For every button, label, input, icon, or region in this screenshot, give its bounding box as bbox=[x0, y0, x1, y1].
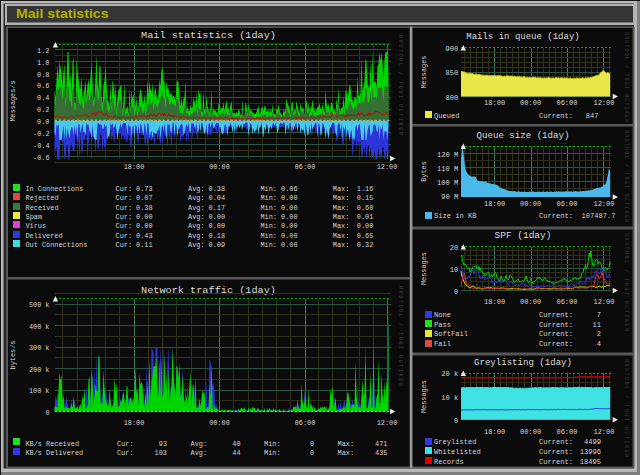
svg-text:0.00: 0.00 bbox=[209, 212, 226, 221]
svg-text:Cur:: Cur: bbox=[116, 193, 133, 202]
svg-text:18:00: 18:00 bbox=[484, 199, 505, 208]
svg-text:0.06: 0.06 bbox=[281, 184, 298, 193]
svg-text:Bytes: Bytes bbox=[419, 161, 428, 182]
svg-text:500 k: 500 k bbox=[29, 300, 50, 309]
svg-text:Cur:: Cur: bbox=[116, 203, 133, 212]
svg-text:Max:: Max: bbox=[333, 240, 350, 249]
svg-text:0.07: 0.07 bbox=[136, 193, 153, 202]
svg-text:KB/s Received: KB/s Received bbox=[26, 439, 80, 448]
svg-text:0: 0 bbox=[454, 287, 458, 296]
svg-text:0.00: 0.00 bbox=[281, 231, 298, 240]
svg-text:18:00: 18:00 bbox=[484, 297, 505, 306]
svg-text:Queued: Queued bbox=[434, 111, 460, 120]
svg-text:Spam: Spam bbox=[26, 212, 43, 221]
svg-text:20 k: 20 k bbox=[441, 369, 458, 378]
svg-text:110 M: 110 M bbox=[437, 164, 458, 173]
svg-text:0.00: 0.00 bbox=[281, 221, 298, 230]
svg-text:400 k: 400 k bbox=[29, 322, 50, 331]
svg-text:100 M: 100 M bbox=[437, 178, 458, 187]
svg-text:SPF (1day): SPF (1day) bbox=[495, 231, 552, 241]
svg-text:Greylisting (1day): Greylisting (1day) bbox=[474, 358, 572, 368]
svg-text:0.43: 0.43 bbox=[136, 231, 153, 240]
svg-text:0.00: 0.00 bbox=[136, 221, 153, 230]
svg-text:847: 847 bbox=[586, 111, 599, 120]
svg-text:0.38: 0.38 bbox=[136, 203, 153, 212]
svg-text:1.2: 1.2 bbox=[37, 46, 50, 55]
svg-text:44: 44 bbox=[232, 448, 240, 457]
svg-text:900: 900 bbox=[445, 44, 458, 53]
svg-text:06:00: 06:00 bbox=[556, 199, 577, 208]
svg-text:0: 0 bbox=[310, 448, 314, 457]
svg-text:0.00: 0.00 bbox=[209, 221, 226, 230]
svg-text:Current:: Current: bbox=[539, 211, 573, 220]
svg-text:Avg:: Avg: bbox=[188, 212, 205, 221]
svg-text:10 k: 10 k bbox=[441, 393, 458, 402]
svg-text:0.32: 0.32 bbox=[357, 240, 374, 249]
svg-text:06:00: 06:00 bbox=[556, 98, 577, 107]
svg-text:4499: 4499 bbox=[584, 437, 601, 446]
svg-text:RRDTOOL / TOBI OETIKER: RRDTOOL / TOBI OETIKER bbox=[623, 233, 629, 331]
svg-text:7: 7 bbox=[597, 310, 601, 319]
svg-text:Cur:: Cur: bbox=[116, 221, 133, 230]
svg-text:18:00: 18:00 bbox=[484, 98, 505, 107]
svg-text:0.6: 0.6 bbox=[37, 81, 50, 90]
svg-text:20: 20 bbox=[450, 243, 459, 252]
svg-text:0.2: 0.2 bbox=[37, 105, 50, 114]
svg-text:Virus: Virus bbox=[26, 221, 47, 230]
svg-text:Max:: Max: bbox=[338, 439, 355, 448]
svg-text:0.4: 0.4 bbox=[37, 93, 50, 102]
svg-text:0.11: 0.11 bbox=[136, 240, 153, 249]
svg-text:Network traffic (1day): Network traffic (1day) bbox=[141, 285, 276, 296]
svg-text:0.00: 0.00 bbox=[357, 221, 374, 230]
svg-text:800: 800 bbox=[445, 93, 458, 102]
svg-text:Records: Records bbox=[434, 457, 464, 466]
svg-text:300 k: 300 k bbox=[29, 343, 50, 352]
svg-text:0: 0 bbox=[45, 408, 49, 417]
svg-text:-0.2: -0.2 bbox=[33, 129, 50, 138]
svg-text:0: 0 bbox=[310, 439, 314, 448]
svg-text:1.16: 1.16 bbox=[357, 184, 374, 193]
svg-text:Avg:: Avg: bbox=[188, 193, 205, 202]
svg-text:107487.7: 107487.7 bbox=[582, 211, 616, 220]
svg-text:00:00: 00:00 bbox=[520, 98, 541, 107]
svg-text:Mails in queue (1day): Mails in queue (1day) bbox=[466, 32, 580, 42]
svg-text:103: 103 bbox=[155, 448, 168, 457]
svg-text:4: 4 bbox=[597, 339, 601, 348]
svg-text:bytes/s: bytes/s bbox=[8, 340, 17, 369]
svg-text:12:00: 12:00 bbox=[593, 427, 614, 436]
svg-text:12:00: 12:00 bbox=[377, 418, 398, 427]
svg-text:Messages/s: Messages/s bbox=[8, 80, 17, 121]
svg-text:0.00: 0.00 bbox=[281, 212, 298, 221]
svg-text:SoftFail: SoftFail bbox=[434, 329, 468, 338]
svg-text:Min:: Min: bbox=[264, 448, 281, 457]
svg-text:Min:: Min: bbox=[264, 439, 281, 448]
svg-text:Cur:: Cur: bbox=[117, 448, 134, 457]
svg-text:Current:: Current: bbox=[539, 437, 573, 446]
svg-text:06:00: 06:00 bbox=[556, 297, 577, 306]
svg-text:00:00: 00:00 bbox=[520, 427, 541, 436]
svg-text:Avg:: Avg: bbox=[188, 240, 205, 249]
svg-text:Size in KB: Size in KB bbox=[434, 211, 477, 220]
svg-text:12:00: 12:00 bbox=[593, 297, 614, 306]
svg-text:Fail: Fail bbox=[434, 339, 451, 348]
svg-text:Avg:: Avg: bbox=[191, 439, 208, 448]
svg-text:Avg:: Avg: bbox=[188, 203, 205, 212]
svg-text:Max:: Max: bbox=[333, 212, 350, 221]
svg-text:Current:: Current: bbox=[539, 310, 573, 319]
svg-text:Max:: Max: bbox=[333, 231, 350, 240]
svg-text:0.18: 0.18 bbox=[209, 231, 226, 240]
svg-text:Queue size (1day): Queue size (1day) bbox=[477, 131, 570, 141]
svg-text:12:00: 12:00 bbox=[593, 98, 614, 107]
svg-text:Cur:: Cur: bbox=[116, 184, 133, 193]
svg-text:RRDTOOL / TOBI OETIKER: RRDTOOL / TOBI OETIKER bbox=[397, 35, 403, 136]
svg-text:Current:: Current: bbox=[539, 339, 573, 348]
svg-text:0.8: 0.8 bbox=[37, 70, 50, 79]
svg-text:RRDTOOL / TOBI OETIKER: RRDTOOL / TOBI OETIKER bbox=[623, 32, 629, 122]
svg-text:Messages: Messages bbox=[419, 252, 428, 285]
svg-text:Max:: Max: bbox=[338, 448, 355, 457]
svg-text:471: 471 bbox=[375, 439, 388, 448]
svg-text:In Connections: In Connections bbox=[26, 184, 84, 193]
svg-text:200 k: 200 k bbox=[29, 365, 50, 374]
svg-text:0.17: 0.17 bbox=[209, 203, 226, 212]
svg-text:Min:: Min: bbox=[260, 184, 277, 193]
